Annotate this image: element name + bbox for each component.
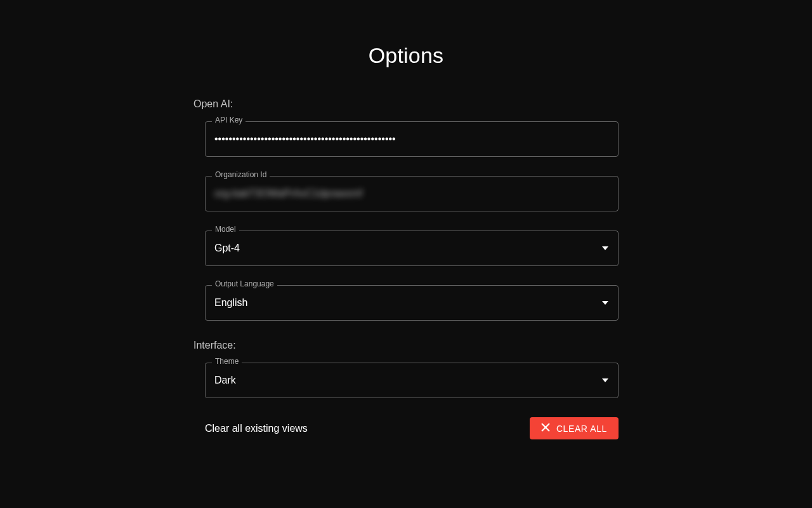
chevron-down-icon	[593, 363, 618, 398]
page-title: Options	[369, 43, 444, 68]
theme-select[interactable]: Theme Dark	[205, 363, 619, 398]
chevron-down-icon	[593, 286, 618, 320]
model-select[interactable]: Model Gpt-4	[205, 231, 619, 266]
output-language-value: English	[206, 297, 593, 309]
api-key-label: API Key	[212, 116, 246, 124]
section-label-interface: Interface:	[193, 340, 619, 351]
clear-views-text: Clear all existing views	[205, 423, 308, 434]
model-value: Gpt-4	[206, 243, 593, 254]
model-label: Model	[212, 225, 239, 233]
close-icon	[541, 423, 550, 434]
chevron-down-icon	[593, 231, 618, 265]
output-language-label: Output Language	[212, 280, 277, 288]
api-key-field[interactable]: API Key	[205, 121, 619, 157]
organization-id-label: Organization Id	[212, 171, 270, 178]
clear-all-label: CLEAR ALL	[556, 424, 607, 434]
theme-label: Theme	[212, 358, 242, 365]
section-label-openai: Open AI:	[193, 98, 619, 110]
theme-value: Dark	[206, 375, 593, 386]
output-language-select[interactable]: Output Language English	[205, 285, 619, 321]
api-key-input[interactable]	[206, 122, 618, 156]
clear-all-button[interactable]: CLEAR ALL	[530, 417, 619, 439]
organization-id-value: org-bakT3OWaPrAxC1dprawxmf	[206, 188, 618, 199]
organization-id-field[interactable]: Organization Id org-bakT3OWaPrAxC1dprawx…	[205, 176, 619, 211]
